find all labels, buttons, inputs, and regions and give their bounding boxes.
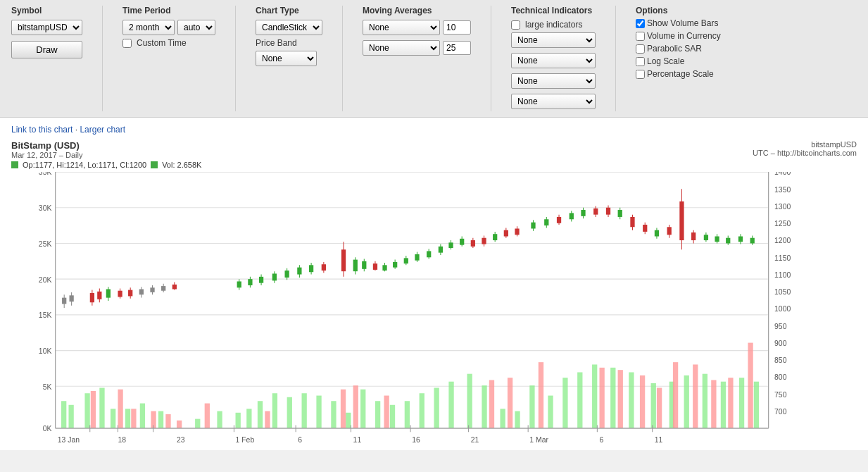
svg-rect-193: [593, 209, 598, 215]
chart-url-info: UTC – http://bitcoincharts.com: [753, 149, 857, 157]
svg-rect-80: [651, 383, 656, 428]
svg-rect-179: [504, 230, 508, 237]
volume-in-currency-checkbox[interactable]: [636, 32, 645, 41]
svg-rect-97: [384, 396, 389, 428]
tech-ind-select-1[interactable]: None: [511, 32, 596, 48]
svg-rect-106: [693, 364, 698, 428]
divider-1: [102, 6, 103, 111]
parabolic-sar-checkbox[interactable]: [636, 44, 645, 54]
time-period-label: Time Period: [122, 6, 215, 15]
svg-rect-191: [581, 210, 585, 216]
draw-button[interactable]: Draw: [11, 41, 82, 58]
svg-rect-51: [195, 419, 200, 428]
svg-rect-53: [236, 413, 241, 428]
svg-rect-52: [217, 411, 222, 428]
tech-ind-select-2[interactable]: None: [511, 53, 596, 68]
larger-chart-link[interactable]: Larger chart: [80, 125, 125, 135]
svg-rect-64: [390, 405, 395, 428]
svg-text:6: 6: [298, 435, 302, 443]
svg-rect-165: [427, 251, 431, 257]
ohlc-icon: [11, 161, 18, 168]
svg-rect-56: [272, 393, 277, 428]
svg-rect-205: [667, 227, 672, 235]
symbol-label: Symbol: [11, 6, 82, 15]
svg-text:20K: 20K: [39, 275, 52, 283]
svg-rect-74: [548, 396, 553, 428]
svg-rect-171: [460, 239, 464, 245]
svg-text:25K: 25K: [39, 240, 52, 248]
svg-text:1 Feb: 1 Feb: [236, 435, 255, 443]
svg-rect-68: [448, 382, 453, 428]
svg-rect-59: [316, 396, 321, 428]
svg-text:10K: 10K: [39, 347, 52, 355]
svg-rect-58: [302, 393, 307, 428]
log-scale-checkbox[interactable]: [636, 57, 645, 66]
svg-rect-213: [715, 237, 719, 242]
ma1-select[interactable]: None SMA EMA WMA: [363, 20, 440, 35]
ma1-period-input[interactable]: [443, 20, 471, 35]
parabolic-sar-row: Parabolic SAR: [636, 44, 721, 54]
svg-rect-157: [382, 265, 386, 271]
chart-type-select[interactable]: CandleStick Line Bar HLC: [256, 20, 322, 35]
scale-select[interactable]: auto log: [177, 20, 215, 35]
ma2-select[interactable]: None SMA EMA WMA: [363, 40, 440, 56]
price-band-label: Price Band: [256, 38, 297, 48]
show-volume-bars-checkbox[interactable]: [636, 19, 645, 28]
svg-rect-207: [679, 201, 684, 240]
svg-rect-70: [482, 385, 486, 428]
svg-rect-89: [131, 409, 136, 428]
svg-rect-44: [68, 405, 73, 428]
svg-rect-83: [703, 374, 707, 428]
link-to-chart[interactable]: Link to this chart: [11, 125, 73, 135]
technical-indicators-label: Technical Indicators: [511, 6, 596, 15]
svg-text:1250: 1250: [774, 219, 791, 228]
custom-time-checkbox[interactable]: [122, 39, 132, 48]
technical-indicators-group: Technical Indicators large indicators No…: [511, 6, 596, 111]
percentage-scale-checkbox[interactable]: [636, 70, 645, 79]
log-scale-label: Log Scale: [647, 56, 684, 66]
svg-rect-79: [629, 372, 634, 428]
svg-rect-187: [557, 217, 561, 223]
symbol-select[interactable]: bitstampUSD: [11, 20, 82, 35]
svg-text:750: 750: [774, 390, 786, 398]
svg-rect-197: [618, 210, 622, 217]
svg-rect-49: [140, 404, 145, 428]
svg-text:850: 850: [774, 356, 786, 364]
svg-rect-93: [205, 404, 210, 428]
divider-4: [491, 6, 491, 111]
custom-time-row: Custom Time: [122, 38, 215, 48]
tech-ind-select-3[interactable]: None: [511, 73, 596, 89]
svg-text:35K: 35K: [39, 172, 52, 176]
svg-rect-127: [150, 287, 154, 292]
svg-rect-145: [309, 265, 313, 272]
svg-text:11: 11: [655, 435, 663, 443]
svg-rect-72: [515, 411, 520, 428]
ma2-row: None SMA EMA WMA: [363, 40, 471, 56]
svg-rect-151: [353, 260, 358, 272]
large-indicators-checkbox[interactable]: [511, 20, 520, 30]
svg-rect-217: [738, 237, 743, 242]
svg-rect-102: [618, 370, 623, 428]
svg-rect-66: [420, 393, 424, 428]
price-band-select[interactable]: None Bollinger Envelopes: [256, 51, 317, 66]
svg-rect-103: [640, 375, 645, 428]
svg-rect-108: [728, 378, 733, 428]
volume-in-currency-label: Volume in Currency: [647, 31, 721, 41]
show-volume-bars-row: Show Volume Bars: [636, 18, 721, 28]
svg-rect-149: [341, 249, 346, 271]
period-select[interactable]: 1 month 2 month 3 month 6 month 1 year: [122, 20, 175, 35]
svg-rect-203: [655, 230, 659, 237]
svg-rect-84: [721, 382, 726, 428]
svg-text:1000: 1000: [774, 304, 791, 313]
tech-ind-select-4[interactable]: None: [511, 94, 596, 109]
show-volume-bars-label: Show Volume Bars: [647, 18, 718, 28]
svg-rect-78: [610, 368, 615, 428]
svg-text:23: 23: [177, 435, 185, 443]
svg-text:15K: 15K: [39, 311, 52, 319]
custom-time-label: Custom Time: [137, 38, 187, 48]
ohlc-values: Op:1177, Hi:1214, Lo:1171, Cl:1200: [23, 161, 146, 169]
log-scale-row: Log Scale: [636, 56, 721, 66]
chart-type-label: Chart Type: [256, 6, 322, 15]
ma2-period-input[interactable]: [443, 41, 471, 55]
svg-text:30K: 30K: [39, 204, 52, 212]
